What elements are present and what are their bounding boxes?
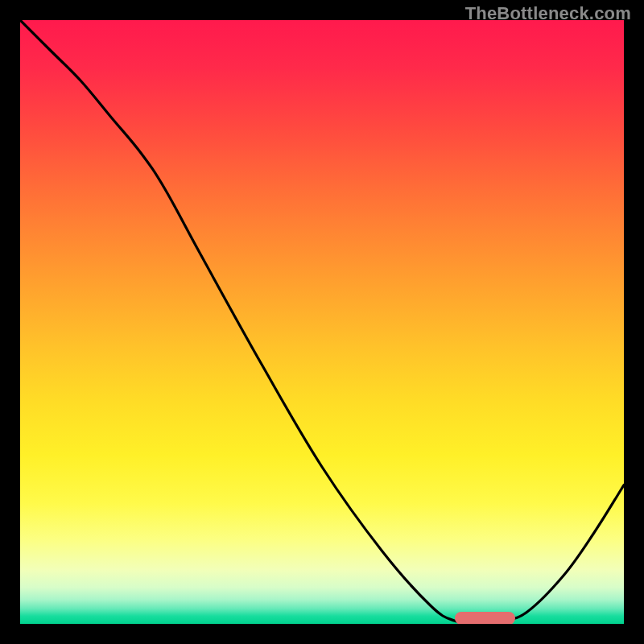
optimal-region-marker bbox=[455, 612, 515, 625]
bottleneck-curve bbox=[20, 20, 624, 624]
plot-area bbox=[20, 20, 624, 624]
watermark-text: TheBottleneck.com bbox=[465, 3, 631, 24]
chart-container: TheBottleneck.com bbox=[0, 0, 644, 644]
